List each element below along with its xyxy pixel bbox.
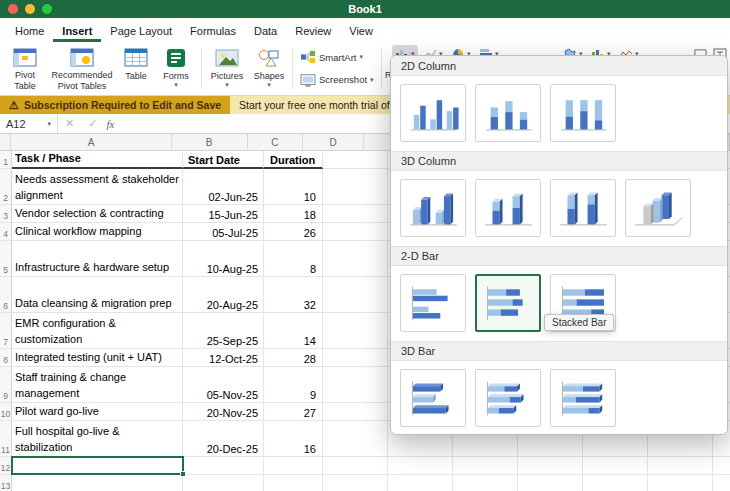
- tab-view[interactable]: View: [340, 21, 382, 42]
- name-box-value: A12: [6, 118, 26, 130]
- shapes-button[interactable]: Shapes ▾: [249, 44, 289, 93]
- cell-b12[interactable]: [183, 457, 264, 475]
- tab-formulas[interactable]: Formulas: [181, 21, 245, 42]
- chart-thumb-3d-100-stacked-column[interactable]: [550, 179, 616, 237]
- cell-a1[interactable]: Task / Phase: [12, 151, 183, 169]
- tab-review[interactable]: Review: [286, 21, 340, 42]
- row-number[interactable]: 8: [0, 349, 12, 367]
- close-window-button[interactable]: [8, 4, 18, 14]
- chart-thumb-3d-clustered-bar[interactable]: [400, 369, 466, 427]
- chevron-down-icon: ▾: [267, 81, 271, 89]
- chevron-down-icon: ▾: [370, 76, 374, 84]
- select-all-corner[interactable]: [0, 134, 11, 150]
- smartart-button[interactable]: SmartArt ▾: [298, 49, 376, 65]
- table-button[interactable]: Table: [118, 44, 154, 93]
- screenshot-button[interactable]: Screenshot ▾: [298, 72, 376, 88]
- cell-c8[interactable]: 28: [264, 349, 323, 367]
- cell-b3[interactable]: 15-Jun-25: [183, 205, 264, 223]
- column-header-b[interactable]: B: [172, 134, 248, 150]
- chart-thumb-clustered-column[interactable]: [400, 84, 466, 142]
- cell-b8[interactable]: 12-Oct-25: [183, 349, 264, 367]
- minimize-window-button[interactable]: [25, 4, 35, 14]
- confirm-entry-icon[interactable]: ✓: [88, 117, 97, 130]
- cell-b9[interactable]: 05-Nov-25: [183, 367, 264, 403]
- cancel-entry-icon[interactable]: ✕: [65, 117, 74, 130]
- chart-thumb-clustered-bar[interactable]: [400, 274, 466, 332]
- row-number[interactable]: 9: [0, 367, 12, 403]
- chart-thumb-3d-stacked-bar[interactable]: [475, 369, 541, 427]
- cell-b2[interactable]: 02-Jun-25: [183, 169, 264, 205]
- cell-c13[interactable]: [264, 475, 323, 491]
- pictures-button[interactable]: Pictures ▾: [205, 44, 249, 93]
- cell-a9[interactable]: Staff training & change management: [12, 367, 183, 403]
- chart-thumb-3d-clustered-column[interactable]: [400, 179, 466, 237]
- cell-c12[interactable]: [264, 457, 323, 475]
- cell-b10[interactable]: 20-Nov-25: [183, 403, 264, 421]
- fullscreen-window-button[interactable]: [42, 4, 52, 14]
- row-number[interactable]: 4: [0, 223, 12, 241]
- cell-b1[interactable]: Start Date: [183, 151, 264, 169]
- cell-a8[interactable]: Integrated testing (unit + UAT): [12, 349, 183, 367]
- empty-cells[interactable]: [323, 457, 730, 475]
- row-number[interactable]: 1: [0, 151, 12, 169]
- name-box[interactable]: A12 ▾: [0, 114, 58, 133]
- cell-c10[interactable]: 27: [264, 403, 323, 421]
- cell-a4[interactable]: Clinical workflow mapping: [12, 223, 183, 241]
- cell-a2[interactable]: Needs assessment & stakeholder alignment: [12, 169, 183, 205]
- tab-insert[interactable]: Insert: [53, 21, 101, 42]
- forms-button[interactable]: Forms ▾: [154, 44, 198, 93]
- row-number[interactable]: 2: [0, 169, 12, 205]
- cell-c5[interactable]: 8: [264, 241, 323, 277]
- row-number[interactable]: 10: [0, 403, 12, 421]
- row-number[interactable]: 7: [0, 313, 12, 349]
- chart-thumb-3d-stacked-column[interactable]: [475, 179, 541, 237]
- empty-cells[interactable]: [323, 475, 730, 491]
- section-3d-column: 3D Column: [391, 151, 727, 171]
- cell-c11[interactable]: 16: [264, 421, 323, 457]
- cell-b6[interactable]: 20-Aug-25: [183, 277, 264, 313]
- cell-c6[interactable]: 32: [264, 277, 323, 313]
- chart-thumb-3d-column[interactable]: [625, 179, 691, 237]
- cell-a7[interactable]: EMR configuration & customization: [12, 313, 183, 349]
- cell-a5[interactable]: Infrastructure & hardware setup: [12, 241, 183, 277]
- cell-b4[interactable]: 05-Jul-25: [183, 223, 264, 241]
- chart-thumb-3d-100-stacked-bar[interactable]: [550, 369, 616, 427]
- column-header-a[interactable]: A: [11, 134, 171, 150]
- cell-b11[interactable]: 20-Dec-25: [183, 421, 264, 457]
- selected-cell[interactable]: [11, 456, 184, 475]
- chart-thumb-stacked-column[interactable]: [475, 84, 541, 142]
- chart-thumb-stacked-bar[interactable]: [475, 274, 541, 332]
- chart-thumb-100-stacked-column[interactable]: [550, 84, 616, 142]
- cell-a3[interactable]: Vendor selection & contracting: [12, 205, 183, 223]
- chart-type-dropdown: 2D Column 3D Column: [390, 55, 728, 435]
- column-header-c[interactable]: C: [248, 134, 303, 150]
- fill-handle[interactable]: [180, 471, 186, 477]
- cell-c9[interactable]: 9: [264, 367, 323, 403]
- cell-b5[interactable]: 10-Aug-25: [183, 241, 264, 277]
- row-number[interactable]: 6: [0, 277, 12, 313]
- cell-a11[interactable]: Full hospital go-live & stabilization: [12, 421, 183, 457]
- cell-a10[interactable]: Pilot ward go-live: [12, 403, 183, 421]
- thumb-row-3d-bar: [391, 361, 727, 435]
- tab-page-layout[interactable]: Page Layout: [101, 21, 181, 42]
- cell-a13[interactable]: [12, 475, 183, 491]
- row-number[interactable]: 5: [0, 241, 12, 277]
- window-title: Book1: [0, 3, 730, 15]
- cell-c2[interactable]: 10: [264, 169, 323, 205]
- cell-c4[interactable]: 26: [264, 223, 323, 241]
- row-number[interactable]: 11: [0, 421, 12, 457]
- cell-b7[interactable]: 25-Sep-25: [183, 313, 264, 349]
- cell-c7[interactable]: 14: [264, 313, 323, 349]
- cell-b13[interactable]: [183, 475, 264, 491]
- insert-function-button[interactable]: fx: [106, 118, 114, 130]
- row-number[interactable]: 13: [0, 475, 12, 491]
- tab-home[interactable]: Home: [6, 21, 53, 42]
- row-number[interactable]: 3: [0, 205, 12, 223]
- pivot-table-button[interactable]: Pivot Table: [4, 44, 46, 93]
- recommended-pivot-tables-button[interactable]: Recommended Pivot Tables: [46, 44, 118, 93]
- cell-c3[interactable]: 18: [264, 205, 323, 223]
- cell-c1[interactable]: Duration: [264, 151, 323, 169]
- tab-data[interactable]: Data: [245, 21, 286, 42]
- cell-a6[interactable]: Data cleansing & migration prep: [12, 277, 183, 313]
- column-header-d[interactable]: D: [303, 134, 364, 150]
